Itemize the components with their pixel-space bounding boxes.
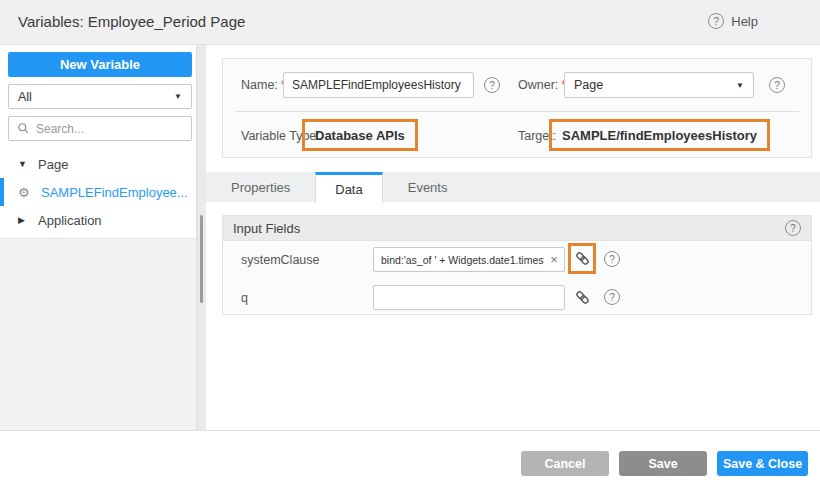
owner-select[interactable]: Page ▼ xyxy=(564,72,754,98)
systemclause-label: systemClause xyxy=(241,253,320,267)
dialog-footer: Cancel Save Save & Close xyxy=(0,430,820,489)
tab-data[interactable]: Data xyxy=(315,172,382,203)
variable-type-annotation-highlight: Database APIs xyxy=(302,119,418,151)
help-label: Help xyxy=(731,14,758,29)
chevron-down-icon: ▼ xyxy=(736,81,744,90)
variable-detail-panel: Name:* ? Owner:* Page ▼ ? Variable Type:… xyxy=(206,45,820,430)
systemclause-bind-button[interactable] xyxy=(574,251,590,267)
input-fields-header: Input Fields ? xyxy=(223,216,811,241)
variable-filter-value: All xyxy=(18,90,32,104)
caret-down-icon[interactable]: ▼ xyxy=(18,160,29,169)
input-fields-title: Input Fields xyxy=(233,221,300,236)
owner-help-circle-icon[interactable]: ? xyxy=(769,77,785,93)
page-title: Variables: Employee_Period Page xyxy=(18,13,245,30)
cancel-button[interactable]: Cancel xyxy=(521,451,609,476)
tree-node-page-label: Page xyxy=(38,157,68,172)
q-input[interactable] xyxy=(374,292,564,304)
variable-type-value: Database APIs xyxy=(315,128,405,143)
name-help-circle-icon[interactable]: ? xyxy=(484,77,500,93)
sidebar-empty-area xyxy=(0,238,196,430)
input-fields-panel: Input Fields ? systemClause × xyxy=(222,215,812,315)
help-button[interactable]: ? Help xyxy=(708,13,758,29)
save-close-button[interactable]: Save & Close xyxy=(717,451,808,476)
link-icon xyxy=(575,290,590,305)
link-icon xyxy=(575,251,590,266)
systemclause-help-circle-icon[interactable]: ? xyxy=(604,251,620,267)
tab-events[interactable]: Events xyxy=(383,172,473,202)
sidebar-scrollbar[interactable] xyxy=(200,215,203,303)
tree-node-application-label: Application xyxy=(38,213,102,228)
tab-properties[interactable]: Properties xyxy=(206,172,315,202)
systemclause-field: × xyxy=(373,247,565,272)
bind-button-annotation-highlight xyxy=(568,243,596,274)
panel-divider xyxy=(235,111,799,112)
search-input[interactable] xyxy=(36,122,183,136)
dialog-header: Variables: Employee_Period Page ? Help xyxy=(0,0,820,45)
variables-sidebar: New Variable All ▼ ▼ Page ⚙ SAMPLEFindEm… xyxy=(0,45,196,430)
sidebar-divider xyxy=(196,45,206,430)
tree-node-variable-label: SAMPLEFindEmployee... xyxy=(41,185,188,200)
q-help-circle-icon[interactable]: ? xyxy=(604,289,620,305)
search-icon xyxy=(17,122,30,135)
variable-filter-select[interactable]: All ▼ xyxy=(8,84,192,109)
input-fields-help-circle-icon[interactable]: ? xyxy=(785,220,801,236)
tree-node-page[interactable]: ▼ Page xyxy=(0,150,196,178)
caret-right-icon[interactable]: ▶ xyxy=(18,216,29,225)
search-box xyxy=(8,116,192,141)
owner-label: Owner:* xyxy=(518,78,566,92)
clear-icon[interactable]: × xyxy=(546,253,562,266)
new-variable-button[interactable]: New Variable xyxy=(8,52,192,77)
help-icon: ? xyxy=(708,13,724,29)
tree-node-application[interactable]: ▶ Application xyxy=(0,206,196,234)
name-input[interactable] xyxy=(283,72,474,98)
owner-value: Page xyxy=(574,78,603,92)
target-annotation-highlight: SAMPLE/findEmployeesHistory xyxy=(549,119,770,151)
target-value: SAMPLE/findEmployeesHistory xyxy=(562,128,757,143)
systemclause-input[interactable] xyxy=(374,254,546,266)
q-field xyxy=(373,285,565,310)
variables-dialog: Variables: Employee_Period Page ? Help N… xyxy=(0,0,820,489)
save-button[interactable]: Save xyxy=(619,451,707,476)
variables-tree: ▼ Page ⚙ SAMPLEFindEmployee... ▶ Applica… xyxy=(0,150,196,234)
q-bind-button[interactable] xyxy=(574,289,590,305)
q-label: q xyxy=(241,291,248,305)
name-label: Name:* xyxy=(241,78,286,92)
detail-tabs: Properties Data Events xyxy=(206,172,820,202)
chevron-down-icon: ▼ xyxy=(174,92,182,101)
service-variable-icon: ⚙ xyxy=(18,186,32,199)
variable-info-panel: Name:* ? Owner:* Page ▼ ? Variable Type:… xyxy=(222,58,812,158)
tree-node-variable-selected[interactable]: ⚙ SAMPLEFindEmployee... xyxy=(0,178,196,206)
